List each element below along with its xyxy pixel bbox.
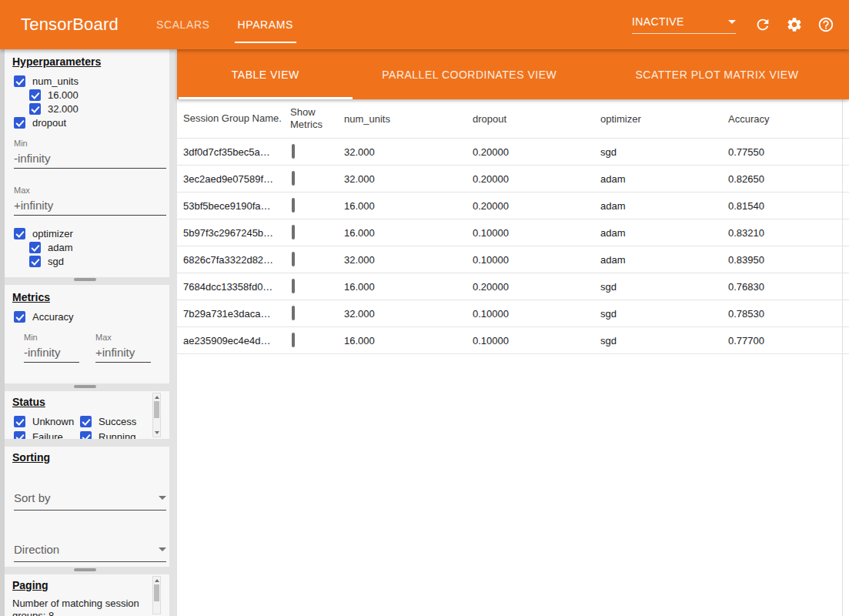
scroll-up-icon[interactable]	[153, 577, 160, 584]
sort-by-select[interactable]: Sort by	[14, 491, 166, 511]
section-resize-handle[interactable]	[74, 278, 96, 281]
session-group-name-cell: 7684dcc13358fd0…	[177, 281, 290, 293]
status-success-row[interactable]: Success	[80, 414, 152, 428]
status-running-row[interactable]: Running	[80, 430, 152, 439]
tab-hparams[interactable]: HPARAMS	[224, 0, 307, 49]
column-header-optimizer[interactable]: optimizer	[600, 113, 728, 125]
toolbar: TensorBoard SCALARS HPARAMS INACTIVE	[0, 0, 849, 49]
section-paging: Paging Number of matching session groups…	[5, 574, 169, 616]
metric-max-input[interactable]: +infinity	[95, 346, 151, 363]
metric-accuracy-checkbox[interactable]	[14, 311, 25, 323]
status-success-checkbox[interactable]	[80, 416, 92, 427]
metric-min-input[interactable]: -infinity	[24, 346, 79, 363]
refresh-icon[interactable]	[754, 15, 772, 34]
table-row[interactable]: ae235909ec4e4d… 16.000 0.10000 sgd 0.777…	[177, 327, 849, 354]
column-header-dropout[interactable]: dropout	[473, 113, 600, 125]
column-header-num-units[interactable]: num_units	[344, 113, 473, 125]
table-row[interactable]: 7b29a731e3daca… 32.000 0.10000 sgd 0.785…	[177, 300, 849, 327]
show-metrics-checkbox[interactable]	[292, 171, 295, 186]
accuracy-cell: 0.82650	[728, 173, 849, 185]
hp-num-units-32-checkbox[interactable]	[29, 103, 41, 115]
section-resize-handle[interactable]	[74, 385, 96, 388]
dropout-max-input[interactable]: +infinity	[14, 199, 166, 216]
direction-value: Direction	[14, 543, 59, 556]
tab-table-view[interactable]: TABLE VIEW	[177, 49, 354, 99]
chevron-down-icon	[159, 496, 166, 500]
scroll-up-icon[interactable]	[153, 393, 160, 401]
run-status-select[interactable]: INACTIVE	[632, 15, 736, 34]
dropout-min-input[interactable]: -infinity	[14, 152, 166, 169]
hp-num-units-16-row[interactable]: 16.000	[29, 88, 165, 102]
paging-heading: Paging	[12, 579, 165, 591]
accuracy-cell: 0.83210	[728, 227, 849, 239]
num-units-cell: 32.000	[344, 254, 473, 266]
show-metrics-checkbox[interactable]	[292, 144, 295, 159]
hp-num-units-32-row[interactable]: 32.000	[29, 102, 165, 116]
show-metrics-checkbox[interactable]	[292, 306, 295, 320]
hp-dropout-checkbox[interactable]	[14, 117, 25, 129]
show-metrics-checkbox[interactable]	[292, 279, 295, 293]
tab-scalars[interactable]: SCALARS	[142, 0, 224, 49]
hp-dropout-row[interactable]: dropout	[14, 116, 165, 129]
section-resize-handle[interactable]	[74, 568, 96, 571]
table-row[interactable]: 3df0d7cf35bec5a… 32.000 0.20000 sgd 0.77…	[177, 139, 849, 166]
status-options: Unknown Success Failure Running	[9, 414, 152, 439]
column-header-session-group-name[interactable]: Session Group Name.	[177, 112, 290, 125]
accuracy-cell: 0.83950	[728, 254, 849, 266]
hp-optimizer-adam-row[interactable]: adam	[29, 240, 165, 254]
show-metrics-checkbox[interactable]	[292, 252, 295, 266]
table-row[interactable]: 7684dcc13358fd0… 16.000 0.20000 sgd 0.76…	[177, 273, 849, 300]
status-failure-label: Failure	[32, 431, 63, 440]
show-metrics-checkbox[interactable]	[292, 225, 295, 239]
table-row[interactable]: 6826c7fa3322d82… 32.000 0.10000 adam 0.8…	[177, 246, 849, 273]
metric-min-field[interactable]: Min -infinity	[24, 333, 79, 363]
tab-parallel-coordinates-view[interactable]: PARALLEL COORDINATES VIEW	[354, 49, 585, 99]
metric-max-field[interactable]: Max +infinity	[95, 333, 151, 363]
hp-optimizer-checkbox[interactable]	[14, 228, 25, 239]
metric-accuracy-row[interactable]: Accuracy	[14, 310, 165, 323]
metrics-heading: Metrics	[12, 291, 165, 303]
status-running-checkbox[interactable]	[80, 431, 92, 440]
tab-scatter-plot-matrix-view[interactable]: SCATTER PLOT MATRIX VIEW	[585, 49, 849, 99]
session-group-table: Session Group Name. Show Metrics num_uni…	[177, 99, 849, 354]
optimizer-cell: sgd	[600, 281, 728, 293]
scroll-down-icon[interactable]	[153, 429, 160, 437]
show-metrics-cell	[290, 226, 344, 239]
show-metrics-checkbox[interactable]	[292, 198, 295, 213]
direction-select[interactable]: Direction	[14, 543, 166, 562]
table-row[interactable]: 5b97f3c2967245b… 16.000 0.10000 adam 0.8…	[177, 219, 849, 246]
table-row[interactable]: 3ec2aed9e07589f… 32.000 0.20000 adam 0.8…	[177, 166, 849, 192]
settings-icon[interactable]	[785, 15, 804, 34]
status-unknown-row[interactable]: Unknown	[14, 414, 75, 428]
show-metrics-cell	[290, 334, 344, 346]
hp-optimizer-adam-checkbox[interactable]	[29, 242, 41, 253]
num-units-cell: 16.000	[344, 200, 473, 212]
status-failure-row[interactable]: Failure	[14, 430, 75, 439]
column-header-show-metrics[interactable]: Show Metrics	[290, 106, 344, 132]
help-icon[interactable]	[817, 15, 835, 34]
hp-optimizer-sgd-row[interactable]: sgd	[29, 254, 165, 268]
hp-optimizer-row[interactable]: optimizer	[14, 226, 165, 240]
status-scrollbar[interactable]	[152, 393, 161, 437]
show-metrics-checkbox[interactable]	[292, 333, 295, 347]
session-group-name-cell: ae235909ec4e4d…	[177, 335, 290, 346]
hp-num-units-16-checkbox[interactable]	[29, 89, 41, 101]
dropout-max-field[interactable]: Max +infinity	[14, 186, 165, 216]
toolbar-tabs: SCALARS HPARAMS	[142, 0, 307, 49]
session-group-name-cell: 53bf5bece9190fa…	[177, 200, 290, 212]
scrollbar-thumb[interactable]	[154, 584, 159, 601]
dropout-min-label: Min	[14, 139, 165, 148]
scrollbar-thumb[interactable]	[154, 401, 159, 418]
run-status-value: INACTIVE	[632, 15, 684, 28]
paging-scrollbar[interactable]	[152, 576, 161, 614]
column-header-accuracy[interactable]: Accuracy	[728, 113, 849, 125]
status-failure-checkbox[interactable]	[14, 431, 25, 440]
hp-num-units-checkbox[interactable]	[14, 75, 25, 87]
hp-num-units-row[interactable]: num_units	[14, 74, 165, 88]
hp-optimizer-sgd-checkbox[interactable]	[29, 256, 41, 267]
table-row[interactable]: 53bf5bece9190fa… 16.000 0.20000 adam 0.8…	[177, 192, 849, 219]
dropout-min-field[interactable]: Min -infinity	[14, 139, 165, 169]
dropout-max-label: Max	[14, 186, 165, 195]
status-unknown-checkbox[interactable]	[14, 416, 25, 427]
sidebar: Hyperparameters num_units 16.000 32.000 …	[0, 49, 177, 616]
